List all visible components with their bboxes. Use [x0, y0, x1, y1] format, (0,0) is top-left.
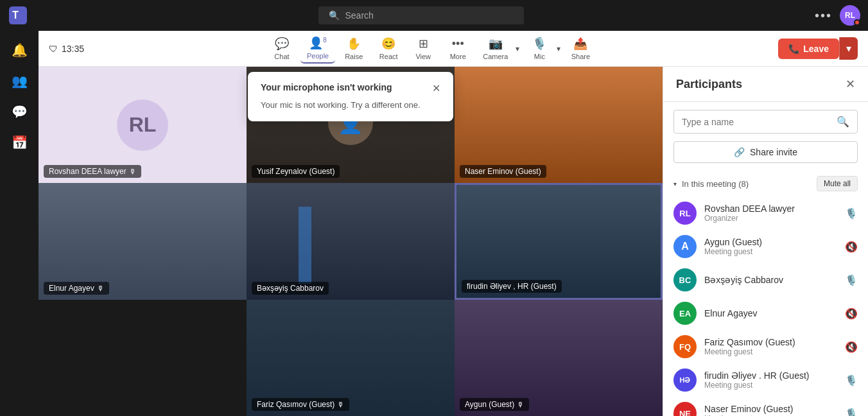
participant-info: firudin Əliyev . HR (Guest) Meeting gues…	[704, 370, 837, 390]
in-meeting-label: ▾ In this meeting (8)	[673, 179, 749, 189]
participant-info: Elnur Agayev	[704, 308, 837, 318]
svg-text:T: T	[12, 10, 19, 21]
participant-avatar: EA	[673, 302, 697, 325]
participant-item[interactable]: EA Elnur Agayev 🔇	[663, 297, 868, 330]
tile-name-yusif: Yusif Zeynalov (Guest)	[252, 165, 340, 178]
participant-info: Aygun (Guest) Meeting guest	[704, 237, 837, 256]
tile-mic-aygun: 🎙	[517, 401, 524, 408]
video-tile-naser: Naser Eminov (Guest)	[455, 67, 663, 183]
participant-mic-icon: 🎙️	[845, 207, 858, 220]
leave-dropdown[interactable]: ▾	[839, 37, 858, 60]
sidebar-item-chat[interactable]: 💬	[5, 98, 33, 126]
video-tile-elnur: Elnur Agayev 🎙	[39, 183, 247, 299]
sidebar-item-teams[interactable]: 👥	[5, 67, 33, 95]
in-meeting-header: ▾ In this meeting (8) Mute all	[663, 171, 868, 196]
share-invite-button[interactable]: 🔗 Share invite	[673, 141, 858, 163]
mute-all-button[interactable]: Mute all	[817, 176, 858, 191]
search-icon-panel: 🔍	[837, 116, 849, 128]
participant-info: Naser Eminov (Guest) Meeting guest	[704, 404, 837, 416]
participant-search-input[interactable]	[682, 117, 831, 127]
view-icon: ⊞	[419, 37, 428, 51]
raise-button[interactable]: ✋ Raise	[338, 34, 370, 63]
title-bar: T 🔍 Search ••• RL	[0, 0, 868, 31]
people-button[interactable]: 👤8 People	[300, 33, 335, 64]
react-button[interactable]: 😊 React	[372, 34, 404, 63]
more-button[interactable]: ••• More	[442, 35, 474, 63]
chat-button[interactable]: 💬 Chat	[266, 34, 298, 63]
participant-mic-icon: 🎙️	[845, 374, 858, 386]
mic-notification: Your microphone isn't working ✕ Your mic…	[248, 72, 453, 121]
participant-mic-icon: 🎙️	[845, 408, 858, 417]
people-icon: 👤8	[309, 36, 327, 50]
participant-mic-icon: 🔇	[845, 341, 858, 353]
search-icon: 🔍	[329, 10, 340, 21]
participants-panel: Participants ✕ 🔍 🔗 Share invite ▾ In thi…	[663, 67, 868, 416]
participant-avatar: FQ	[673, 335, 697, 358]
mic-button-group: 🎙️ Mic ▾	[523, 34, 562, 63]
mic-dropdown[interactable]: ▾	[555, 42, 562, 56]
participant-item[interactable]: NE Naser Eminov (Guest) Meeting guest 🎙️	[663, 397, 868, 416]
participant-avatar: NE	[673, 402, 697, 416]
search-placeholder: Search	[345, 10, 373, 21]
share-invite-icon: 🔗	[734, 147, 745, 157]
participant-item[interactable]: FQ Fariz Qasımov (Guest) Meeting guest 🔇	[663, 330, 868, 363]
tile-name-aygun: Aygun (Guest) 🎙	[460, 398, 529, 411]
share-button[interactable]: 📤 Share	[564, 34, 596, 63]
react-icon: 😊	[381, 37, 395, 51]
search-bar[interactable]: 🔍 Search	[318, 6, 524, 24]
video-tile-fariz: Fariz Qasımov (Guest) 🎙	[247, 300, 455, 416]
leave-button-group: 📞 Leave ▾	[778, 37, 858, 60]
shield-icon: 🛡	[49, 44, 58, 54]
collapse-chevron[interactable]: ▾	[673, 180, 677, 187]
tile-name-firudin: firudin Əliyev , HR (Guest)	[462, 280, 562, 293]
toolbar-controls: 💬 Chat 👤8 People ✋ Raise 😊 React	[266, 33, 596, 64]
tile-name-baxseyis: Bəxşəyiş Cabbarov	[252, 282, 329, 295]
meeting-time: 🛡 13:35	[49, 44, 84, 54]
meeting-content: RL Rovshan DEEA lawyer 🎙 👤 Yusif Zeynal	[39, 67, 868, 416]
more-icon: •••	[452, 37, 464, 51]
teams-logo: T	[8, 5, 28, 26]
participant-item[interactable]: RL Rovshan DEEA lawyer Organizer 🎙️	[663, 196, 868, 230]
sidebar-item-activity[interactable]: 🔔	[5, 36, 33, 64]
participant-item[interactable]: HƏ firudin Əliyev . HR (Guest) Meeting g…	[663, 363, 868, 397]
participant-avatar: BC	[673, 268, 697, 291]
panel-close-button[interactable]: ✕	[846, 77, 855, 91]
tile-mic-fariz: 🎙	[337, 401, 344, 408]
mic-button[interactable]: 🎙️ Mic	[523, 34, 555, 63]
raise-icon: ✋	[347, 37, 361, 51]
user-avatar[interactable]: RL	[840, 5, 860, 26]
share-icon: 📤	[573, 37, 587, 51]
camera-dropdown[interactable]: ▾	[514, 42, 521, 56]
main-layout: 🔔 👥 💬 📅 🛡 13:35 💬 Chat 👤8 Peopl	[0, 31, 868, 416]
camera-button-group: 📷 Camera ▾	[476, 34, 521, 63]
participant-mic-icon: 🎙️	[845, 274, 858, 286]
camera-button[interactable]: 📷 Camera	[476, 34, 514, 63]
title-more-button[interactable]: •••	[815, 8, 832, 23]
sidebar-item-calendar[interactable]: 📅	[5, 128, 33, 157]
video-grid: RL Rovshan DEEA lawyer 🎙 👤 Yusif Zeynal	[39, 67, 663, 416]
participant-avatar: HƏ	[673, 368, 697, 392]
participant-info: Rovshan DEEA lawyer Organizer	[704, 204, 837, 223]
participant-search[interactable]: 🔍	[673, 110, 858, 134]
participant-avatar: RL	[673, 202, 697, 225]
sidebar: 🔔 👥 💬 📅	[0, 31, 39, 416]
notification-header: Your microphone isn't working ✕	[261, 82, 440, 94]
participant-mic-icon: 🔇	[845, 308, 858, 320]
notification-body: Your mic is not working. Try a different…	[261, 100, 440, 111]
participant-info: Fariz Qasımov (Guest) Meeting guest	[704, 337, 837, 356]
view-button[interactable]: ⊞ View	[407, 34, 439, 63]
mic-icon: 🎙️	[532, 37, 546, 51]
content-area: 🛡 13:35 💬 Chat 👤8 People ✋ Raise	[39, 31, 868, 416]
video-tile-rl: RL Rovshan DEEA lawyer 🎙	[39, 67, 247, 183]
title-bar-left: T	[8, 5, 28, 26]
participant-mic-icon: 🔇	[845, 241, 858, 253]
participant-item[interactable]: A Aygun (Guest) Meeting guest 🔇	[663, 230, 868, 263]
video-tile-firudin: firudin Əliyev , HR (Guest)	[455, 183, 663, 299]
status-indicator	[854, 19, 860, 26]
phone-icon: 📞	[788, 44, 799, 54]
tile-mic-elnur: 🎙	[97, 284, 104, 292]
leave-button[interactable]: 📞 Leave	[778, 39, 839, 59]
notification-close-button[interactable]: ✕	[432, 82, 440, 94]
participant-item[interactable]: BC Bəxşəyiş Cabbarov 🎙️	[663, 263, 868, 297]
video-tile-baxseyis: Bəxşəyiş Cabbarov	[247, 183, 455, 299]
